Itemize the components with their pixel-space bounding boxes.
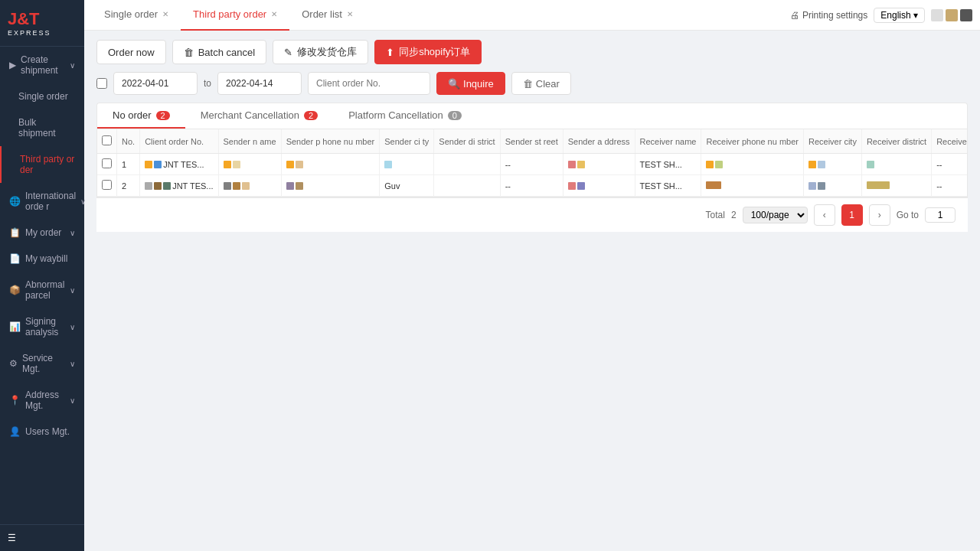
row2-receiver-name: TEST SH... xyxy=(635,175,701,197)
modify-warehouse-button[interactable]: ✎ 修改发货仓库 xyxy=(273,40,368,64)
filter-checkbox[interactable] xyxy=(96,78,107,89)
sub-tab-merchant-label: Merchant Cancellation xyxy=(201,109,299,121)
clear-button[interactable]: 🗑 Clear xyxy=(511,72,571,95)
table-header-row: No. Client order No. Sender n ame Sender… xyxy=(97,129,968,154)
color-dot-2[interactable] xyxy=(946,9,958,21)
sidebar-label-abnormal: Abnormal parcel xyxy=(25,279,65,301)
prev-page-btn[interactable]: ‹ xyxy=(814,204,835,226)
col-sender-name: Sender n ame xyxy=(218,129,281,154)
sidebar-item-create-shipment[interactable]: ▶ Create shipment ∨ xyxy=(0,47,84,83)
waybill-icon: 📄 xyxy=(9,253,21,264)
chevron-down-icon-myorder: ∨ xyxy=(70,229,75,237)
sidebar-item-international-order[interactable]: 🌐 International orde r ∨ xyxy=(0,183,84,220)
goto-page-input[interactable] xyxy=(925,207,956,223)
clear-label: Clear xyxy=(536,78,560,90)
client-order-input[interactable] xyxy=(308,72,430,95)
sidebar-item-single-order[interactable]: Single order xyxy=(0,83,84,109)
col-sender-city: Sender ci ty xyxy=(380,129,434,154)
color-block xyxy=(808,182,816,190)
users-icon: 👤 xyxy=(9,426,21,437)
color-dot-3[interactable] xyxy=(960,9,972,21)
sidebar-label-my-order: My order xyxy=(25,227,61,238)
chevron-down-icon-abnormal: ∨ xyxy=(70,286,75,295)
sub-tab-no-order[interactable]: No order 2 xyxy=(97,103,185,129)
sidebar-label-create-shipment: Create shipment xyxy=(21,54,65,76)
row2-receiver-street: -- xyxy=(932,175,968,197)
sidebar-item-my-waybill[interactable]: 📄 My waybill xyxy=(0,246,84,272)
color-block xyxy=(568,182,576,190)
total-count: 2 xyxy=(731,210,737,220)
pagination: Total 2 100/page 50/page 20/page ‹ 1 › G… xyxy=(96,197,968,232)
language-selector[interactable]: English ▾ xyxy=(874,8,925,23)
tab-label-order-list: Order list xyxy=(302,8,342,20)
chevron-down-icon: ∨ xyxy=(70,61,75,70)
date-from-input[interactable] xyxy=(113,72,198,95)
color-block xyxy=(706,181,721,189)
sync-shopify-label: 同步shopify订单 xyxy=(399,45,470,59)
sub-tab-platform-badge: 0 xyxy=(448,111,462,120)
color-block xyxy=(286,182,294,190)
chevron-down-icon-signing: ∨ xyxy=(70,323,75,331)
table-row: 2 JNT TES... xyxy=(97,175,968,197)
close-icon-single-order[interactable]: ✕ xyxy=(162,10,168,18)
color-dot-1[interactable] xyxy=(931,9,943,21)
color-block xyxy=(384,161,392,168)
sidebar-item-address-mgt[interactable]: 📍 Address Mgt. ∨ xyxy=(0,382,84,419)
page-1-btn[interactable]: 1 xyxy=(841,204,863,226)
color-block xyxy=(706,161,714,168)
col-client-order-no: Client order No. xyxy=(140,129,218,154)
row1-receiver-district xyxy=(861,154,931,175)
row2-client-order: JNT TES... xyxy=(140,175,218,197)
order-now-button[interactable]: Order now xyxy=(96,40,166,64)
color-block xyxy=(242,182,250,190)
sidebar-item-users-mgt[interactable]: 👤 Users Mgt. xyxy=(0,419,84,445)
sub-tab-bar: No order 2 Merchant Cancellation 2 Platf… xyxy=(96,103,968,129)
tab-single-order[interactable]: Single order ✕ xyxy=(92,0,181,31)
color-block xyxy=(867,181,890,189)
close-icon-third-party[interactable]: ✕ xyxy=(271,10,277,18)
batch-cancel-button[interactable]: 🗑 Batch cancel xyxy=(172,40,266,64)
row2-sender-address xyxy=(563,175,635,197)
row2-checkbox[interactable] xyxy=(97,175,117,197)
tab-order-list[interactable]: Order list ✕ xyxy=(289,0,365,31)
globe-icon: 🌐 xyxy=(9,196,21,207)
date-to-input[interactable] xyxy=(217,72,302,95)
per-page-select[interactable]: 100/page 50/page 20/page xyxy=(743,207,808,223)
tab-third-party-order[interactable]: Third party order ✕ xyxy=(181,0,289,31)
col-no: No. xyxy=(117,129,140,154)
chevron-down-icon-intl: ∨ xyxy=(80,197,86,206)
col-receiver-phone: Receiver phone nu mber xyxy=(701,129,803,154)
sidebar-item-signing-analysis[interactable]: 📊 Signing analysis ∨ xyxy=(0,308,84,345)
sidebar-label-bulk-shipment: Bulk shipment xyxy=(18,117,75,139)
print-settings-btn[interactable]: 🖨 Printing settings xyxy=(790,10,867,21)
page-content: Order now 🗑 Batch cancel ✎ 修改发货仓库 ⬆ 同步sh… xyxy=(84,31,980,551)
row1-sender-street: -- xyxy=(500,154,563,175)
edit-icon: ✎ xyxy=(284,47,292,58)
row2-sender-city: Guv xyxy=(380,175,434,197)
analysis-icon: 📊 xyxy=(9,321,21,332)
sub-tab-platform-cancellation[interactable]: Platform Cancellation 0 xyxy=(333,103,477,129)
close-icon-order-list[interactable]: ✕ xyxy=(347,10,353,18)
next-page-btn[interactable]: › xyxy=(869,204,890,226)
sidebar-item-service-mgt[interactable]: ⚙ Service Mgt. ∨ xyxy=(0,345,84,382)
search-icon: 🔍 xyxy=(448,78,460,90)
sidebar-item-my-order[interactable]: 📋 My order ∨ xyxy=(0,220,84,246)
inquire-button[interactable]: 🔍 Inquire xyxy=(436,72,505,95)
row1-checkbox[interactable] xyxy=(97,154,117,175)
sidebar-collapse-btn[interactable]: ☰ xyxy=(0,524,84,551)
sync-shopify-button[interactable]: ⬆ 同步shopify订单 xyxy=(374,40,482,64)
table-row: 1 JNT TES... xyxy=(97,154,968,175)
batch-cancel-label: Batch cancel xyxy=(198,47,255,58)
row1-receiver-name: TEST SH... xyxy=(635,154,701,175)
sidebar-item-abnormal-parcel[interactable]: 📦 Abnormal parcel ∨ xyxy=(0,272,84,308)
sub-tab-merchant-cancellation[interactable]: Merchant Cancellation 2 xyxy=(185,103,333,129)
sidebar-item-bulk-shipment[interactable]: Bulk shipment xyxy=(0,109,84,146)
sub-tab-no-order-badge: 2 xyxy=(156,111,170,120)
col-sender-address: Sender a ddress xyxy=(563,129,635,154)
color-block xyxy=(154,182,162,190)
sidebar-item-third-party-order[interactable]: Third party or der xyxy=(0,146,84,183)
sidebar-label-third-party: Third party or der xyxy=(20,154,75,175)
action-toolbar: Order now 🗑 Batch cancel ✎ 修改发货仓库 ⬆ 同步sh… xyxy=(96,40,968,64)
select-all-checkbox[interactable] xyxy=(102,135,112,145)
to-label: to xyxy=(204,78,211,89)
